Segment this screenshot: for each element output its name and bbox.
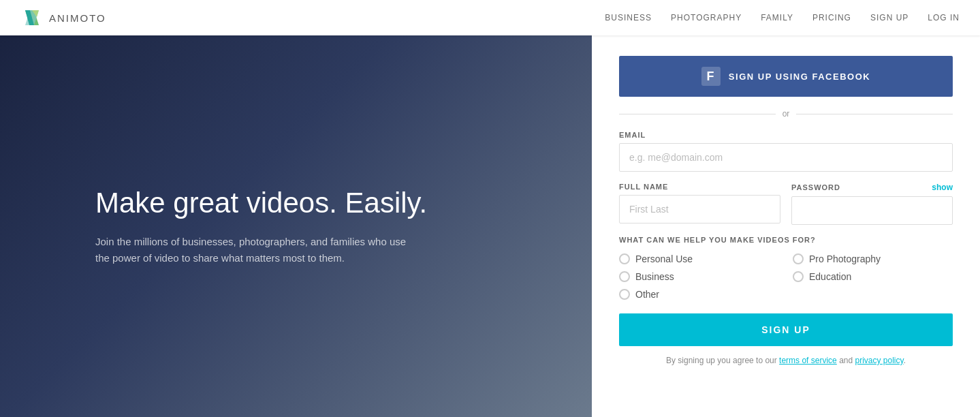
radio-personal-use[interactable]: Personal Use — [619, 253, 779, 264]
logo[interactable]: ANIMOTO — [20, 6, 106, 29]
hero-title: Make great videos. Easily. — [95, 186, 551, 220]
signup-button[interactable]: SIGN UP — [619, 313, 953, 346]
radio-circle-personal-use — [619, 253, 630, 264]
radio-education[interactable]: Education — [793, 271, 953, 282]
facebook-icon: f — [701, 67, 721, 86]
terms-of-service-link[interactable]: terms of service — [779, 356, 837, 365]
main-nav: BUSINESS PHOTOGRAPHY FAMILY PRICING SIGN… — [605, 13, 960, 22]
divider-line-right — [796, 114, 953, 114]
radio-question: WHAT CAN WE HELP YOU MAKE VIDEOS FOR? — [619, 236, 953, 244]
nav-login[interactable]: LOG IN — [928, 13, 960, 22]
email-input[interactable] — [619, 143, 953, 172]
terms-and: and — [839, 356, 853, 365]
privacy-policy-link[interactable]: privacy policy — [855, 356, 904, 365]
password-show-link[interactable]: show — [932, 183, 953, 192]
radio-label-personal-use: Personal Use — [635, 253, 693, 264]
fullname-input[interactable] — [619, 195, 780, 223]
nav-family[interactable]: FAMILY — [761, 13, 793, 22]
divider: or — [619, 109, 953, 119]
name-password-row: FULL NAME PASSWORD show — [619, 183, 953, 225]
radio-circle-pro-photography — [793, 253, 804, 264]
email-label: EMAIL — [619, 131, 953, 139]
radio-circle-business — [619, 271, 630, 282]
nav-signup[interactable]: SIGN UP — [870, 13, 908, 22]
terms-text: By signing up you agree to our terms of … — [619, 356, 953, 365]
radio-circle-other — [619, 289, 630, 300]
radio-options-grid: Personal Use Pro Photography Business Ed… — [619, 253, 953, 300]
password-input[interactable] — [791, 196, 953, 225]
hero-panel: Make great videos. Easily. Join the mill… — [0, 35, 592, 417]
divider-line-left — [619, 114, 776, 114]
terms-period: . — [904, 356, 906, 365]
header: ANIMOTO BUSINESS PHOTOGRAPHY FAMILY PRIC… — [0, 0, 980, 35]
main-content: Make great videos. Easily. Join the mill… — [0, 0, 980, 417]
facebook-button-label: SIGN UP USING FACEBOOK — [729, 72, 870, 82]
fullname-label: FULL NAME — [619, 183, 780, 191]
terms-prefix: By signing up you agree to our — [666, 356, 777, 365]
radio-business[interactable]: Business — [619, 271, 779, 282]
radio-label-business: Business — [635, 271, 674, 282]
nav-photography[interactable]: PHOTOGRAPHY — [671, 13, 742, 22]
password-label-row: PASSWORD show — [791, 183, 953, 192]
nav-pricing[interactable]: PRICING — [812, 13, 851, 22]
animoto-logo-icon — [20, 6, 44, 29]
fullname-field-group: FULL NAME — [619, 183, 780, 225]
logo-text: ANIMOTO — [49, 12, 106, 24]
radio-other[interactable]: Other — [619, 289, 779, 300]
password-label: PASSWORD — [791, 183, 840, 191]
radio-label-education: Education — [809, 271, 851, 282]
hero-subtitle: Join the millions of businesses, photogr… — [95, 234, 422, 266]
password-field-group: PASSWORD show — [791, 183, 953, 225]
email-field-group: EMAIL — [619, 131, 953, 172]
signup-form-panel: f SIGN UP USING FACEBOOK or EMAIL FULL N… — [592, 35, 980, 417]
divider-text: or — [783, 109, 790, 119]
nav-business[interactable]: BUSINESS — [605, 13, 652, 22]
radio-label-other: Other — [635, 289, 659, 300]
facebook-signup-button[interactable]: f SIGN UP USING FACEBOOK — [619, 56, 953, 97]
radio-label-pro-photography: Pro Photography — [809, 253, 881, 264]
radio-circle-education — [793, 271, 804, 282]
radio-pro-photography[interactable]: Pro Photography — [793, 253, 953, 264]
